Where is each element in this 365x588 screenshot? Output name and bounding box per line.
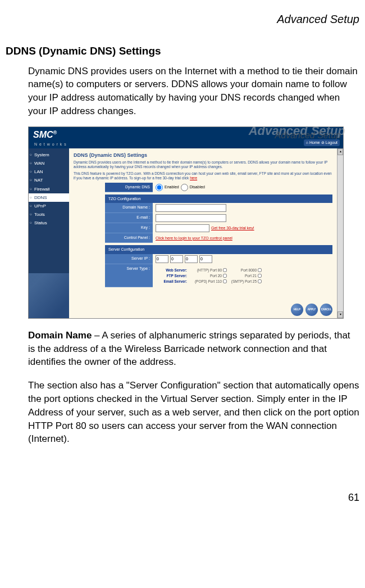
server-config-paragraph: The section also has a "Server Configura… (28, 379, 359, 446)
server-ip-octet-3[interactable] (185, 255, 198, 263)
email-server-label: Email Server: (156, 279, 189, 284)
smc-logo-sub: N e t w o r k s (34, 142, 67, 147)
ddns-label: Dynamic DNS (105, 183, 153, 192)
port-80-label: (HTTP) Port 80 (189, 268, 223, 273)
port-80-checkbox[interactable] (223, 268, 227, 272)
server-ip-octet-2[interactable] (170, 255, 183, 263)
sidebar-item-lan[interactable]: LAN (29, 168, 69, 176)
server-line-email: Email Server: (POP3) Port 110 (SMTP) Por… (156, 279, 264, 284)
sidebar-item-status[interactable]: Status (29, 219, 69, 227)
port-20-checkbox[interactable] (223, 274, 227, 278)
apply-button[interactable]: APPLY (305, 304, 318, 316)
help-button[interactable]: HELP (291, 304, 303, 316)
server-ip-label: Server IP : (105, 254, 153, 264)
cancel-button[interactable]: CANCEL (320, 304, 332, 316)
page-number: 61 (6, 491, 359, 505)
ddns-enabled-radio[interactable] (156, 184, 163, 191)
intro-paragraph: Dynamic DNS provides users on the Intern… (28, 65, 359, 118)
server-config-block: Server Configuration Server IP : Server … (105, 245, 332, 287)
sidebar-item-upnp[interactable]: UPnP (29, 202, 69, 210)
panel-desc-1: Dynamic DNS provides users on the Intern… (74, 160, 332, 169)
domain-name-paragraph: Domain Name – A series of alphanumeric s… (28, 329, 359, 369)
sidebar-item-firewall[interactable]: Firewall (29, 185, 69, 193)
control-panel-label: Control Panel : (105, 233, 153, 243)
server-line-web: Web Server: (HTTP) Port 80 Port 8000 (156, 268, 264, 273)
server-line-ftp: FTP Server: Port 20 Port 21 (156, 273, 264, 278)
server-type-grid: Web Server: (HTTP) Port 80 Port 8000 FTP… (156, 268, 264, 284)
domain-name-term: Domain Name (28, 330, 92, 341)
tzo-config-block: TZO Configuration Domain Name : E-mail :… (105, 195, 332, 243)
screenshot-main-panel: DDNS (Dynamic DNS) Settings Dynamic DNS … (69, 148, 337, 318)
port-25-checkbox[interactable] (258, 279, 262, 283)
trial-key-link[interactable]: Get free 30-day trial key! (211, 225, 254, 231)
web-server-label: Web Server: (156, 268, 189, 273)
tzo-config-header: TZO Configuration (105, 195, 332, 203)
ddns-enabled-label: Enabled (165, 184, 179, 190)
ddns-disabled-label: Disabled (190, 184, 205, 190)
sidebar-nav: System WAN LAN NAT Firewall DDNS UPnP To… (29, 148, 69, 318)
ftp-server-label: FTP Server: (156, 273, 189, 278)
sidebar-item-tools[interactable]: Tools (29, 210, 69, 219)
control-panel-link[interactable]: Click here to login to your TZO control … (156, 236, 232, 241)
port-8000-label: Port 8000 (230, 268, 258, 273)
port-110-checkbox[interactable] (223, 279, 227, 283)
domain-name-input[interactable] (156, 204, 226, 212)
sidebar-item-system[interactable]: System (29, 151, 69, 159)
scroll-up-arrow[interactable]: ▴ (337, 148, 343, 155)
home-logout-bar[interactable]: ⌂ Home ⊘ Logout (304, 139, 340, 146)
server-type-label: Server Type : (105, 264, 153, 287)
server-config-header: Server Configuration (105, 245, 332, 254)
ddns-enable-block: Dynamic DNS Enabled Disabled (105, 183, 332, 192)
scroll-down-arrow[interactable]: ▾ (337, 311, 343, 318)
trial-here-link[interactable]: here (190, 176, 197, 180)
smc-logo: SMC® (33, 130, 57, 139)
key-label: Key : (105, 223, 153, 233)
section-title: DDNS (Dynamic DNS) Settings (6, 44, 359, 59)
server-ip-octet-4[interactable] (199, 255, 212, 263)
scrollbar[interactable]: ▴ ▾ (337, 148, 343, 318)
port-8000-checkbox[interactable] (258, 268, 262, 272)
page-header-right: Advanced Setup (6, 11, 359, 27)
port-25-label: (SMTP) Port 25 (230, 279, 258, 284)
panel-title: DDNS (Dynamic DNS) Settings (74, 152, 332, 159)
port-20-label: Port 20 (189, 273, 223, 278)
port-21-label: Port 21 (230, 273, 258, 278)
sidebar-item-ddns[interactable]: DDNS (29, 193, 69, 202)
screenshot-topbar: SMC® N e t w o r k s Advanced Setup Adva… (29, 127, 343, 148)
sidebar-item-wan[interactable]: WAN (29, 159, 69, 168)
panel-desc-2: This DNS feature is powered by TZO.com. … (74, 171, 332, 180)
ddns-disabled-radio[interactable] (181, 184, 188, 191)
key-input[interactable] (156, 224, 209, 232)
router-admin-screenshot: SMC® N e t w o r k s Advanced Setup Adva… (28, 126, 344, 319)
domain-name-label: Domain Name : (105, 203, 153, 213)
sidebar-item-nat[interactable]: NAT (29, 176, 69, 184)
server-ip-octet-1[interactable] (156, 255, 168, 263)
email-input[interactable] (156, 214, 226, 222)
email-label: E-mail : (105, 213, 153, 223)
port-110-label: (POP3) Port 110 (189, 279, 223, 284)
sidebar-decoration-image (29, 273, 69, 318)
ddns-radio-group: Enabled Disabled (153, 183, 332, 192)
port-21-checkbox[interactable] (258, 274, 262, 278)
action-buttons-row: HELP APPLY CANCEL (291, 304, 332, 316)
